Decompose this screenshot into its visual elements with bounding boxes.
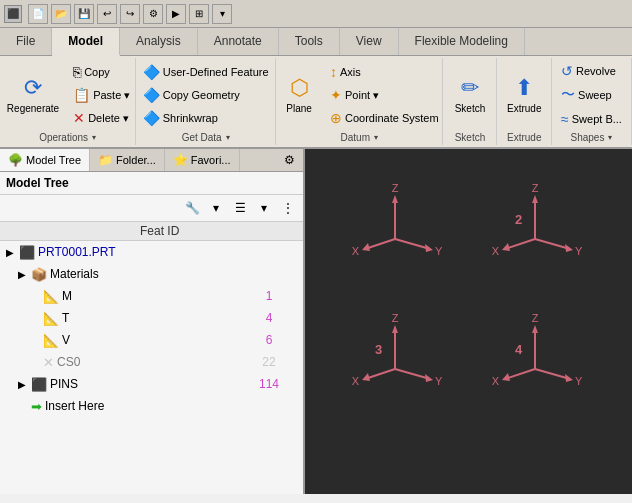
tab-view[interactable]: View: [340, 28, 399, 55]
open-btn[interactable]: 📂: [51, 4, 71, 24]
expand-materials[interactable]: ▶: [16, 269, 28, 280]
tab-analysis[interactable]: Analysis: [120, 28, 198, 55]
datum-group-label[interactable]: Datum ▾: [341, 132, 378, 143]
point-button[interactable]: ✦ Point ▾: [325, 84, 444, 106]
extrude-button[interactable]: ⬆ Extrude: [500, 67, 548, 123]
sweep-button[interactable]: 〜 Sweep: [556, 83, 627, 107]
tree-tool-settings[interactable]: 🔧: [181, 197, 203, 219]
axis-group-1: Z Y X: [352, 182, 443, 257]
tab-folder[interactable]: 📁 Folder...: [90, 149, 165, 171]
expand-prt0001[interactable]: ▶: [4, 247, 16, 258]
redo-btn[interactable]: ↪: [120, 4, 140, 24]
swept-blend-button[interactable]: ≈ Swept B...: [556, 108, 627, 130]
svg-line-23: [365, 369, 395, 379]
tab-model-tree[interactable]: 🌳 Model Tree: [0, 149, 90, 171]
grid-btn[interactable]: ⊞: [189, 4, 209, 24]
settings-btn[interactable]: ⚙: [143, 4, 163, 24]
label-cs0: CS0: [57, 355, 239, 369]
point-label: Point ▾: [345, 89, 379, 102]
model-tree-tab-label: Model Tree: [26, 154, 81, 166]
operations-group-label[interactable]: Operations ▾: [39, 132, 96, 143]
svg-marker-34: [502, 373, 510, 381]
feat-id-header: Feat ID: [0, 222, 303, 241]
tree-item-cs0[interactable]: ✕ CS0 22: [0, 351, 303, 373]
feat-id-label: Feat ID: [140, 224, 179, 238]
extrude-icon: ⬆: [515, 75, 533, 101]
revolve-button[interactable]: ↺ Revolve: [556, 60, 627, 82]
icon-prt0001: ⬛: [19, 245, 35, 260]
save-btn[interactable]: 💾: [74, 4, 94, 24]
tab-annotate[interactable]: Annotate: [198, 28, 279, 55]
panel-settings-button[interactable]: ⚙: [279, 150, 299, 170]
shapes-group-label[interactable]: Shapes ▾: [571, 132, 613, 143]
paste-button[interactable]: 📋 Paste ▾: [68, 84, 135, 106]
ribbon-group-sketch: ✏ Sketch Sketch: [443, 58, 497, 145]
ops-small-buttons: ⎘ Copy 📋 Paste ▾ ✕ Delete ▾: [68, 61, 135, 129]
tree-tool-list[interactable]: ☰: [229, 197, 251, 219]
label-v: V: [62, 333, 239, 347]
tree-tool-dropdown2[interactable]: ▾: [253, 197, 275, 219]
tree-item-m[interactable]: 📐 M 1: [0, 285, 303, 307]
tree-item-insert-here[interactable]: ➡ Insert Here: [0, 395, 303, 417]
copy-icon: ⎘: [73, 64, 81, 80]
svg-text:2: 2: [515, 212, 522, 227]
tree-item-pins[interactable]: ▶ ⬛ PINS 114: [0, 373, 303, 395]
tab-flexible-modeling[interactable]: Flexible Modeling: [399, 28, 525, 55]
more-btn[interactable]: ▾: [212, 4, 232, 24]
run-btn[interactable]: ▶: [166, 4, 186, 24]
coord-system-button[interactable]: ⊕ Coordinate System: [325, 107, 444, 129]
extrude-buttons: ⬆ Extrude: [500, 60, 548, 130]
tree-tool-dropdown1[interactable]: ▾: [205, 197, 227, 219]
tree-item-t[interactable]: 📐 T 4: [0, 307, 303, 329]
swept-blend-icon: ≈: [561, 111, 569, 127]
copy-geometry-button[interactable]: 🔷 Copy Geometry: [138, 84, 274, 106]
axis-label: Axis: [340, 66, 361, 78]
ribbon-content: ⟳ Regenerate ⎘ Copy 📋 Paste ▾ ✕ Delete ▾: [0, 56, 632, 147]
sketch-icon: ✏: [461, 75, 479, 101]
tree-item-prt0001[interactable]: ▶ ⬛ PRT0001.PRT: [0, 241, 303, 263]
sketch-group-label: Sketch: [455, 132, 486, 143]
quick-access-toolbar[interactable]: 📄 📂 💾 ↩ ↪ ⚙ ▶ ⊞ ▾: [28, 4, 232, 24]
tab-file[interactable]: File: [0, 28, 52, 55]
featid-cs0: 22: [239, 355, 299, 369]
plane-button[interactable]: ⬡ Plane: [275, 67, 323, 123]
svg-marker-24: [362, 373, 370, 381]
new-btn[interactable]: 📄: [28, 4, 48, 24]
delete-button[interactable]: ✕ Delete ▾: [68, 107, 135, 129]
ribbon-tab-bar: File Model Analysis Annotate Tools View …: [0, 28, 632, 56]
coord-system-icon: ⊕: [330, 110, 342, 126]
axis-button[interactable]: ↕ Axis: [325, 61, 444, 83]
get-data-group-label[interactable]: Get Data ▾: [182, 132, 230, 143]
expand-pins[interactable]: ▶: [16, 379, 28, 390]
viewport[interactable]: Z Y X Z Y X 2: [305, 149, 632, 494]
shrinkwrap-button[interactable]: 🔷 Shrinkwrap: [138, 107, 274, 129]
svg-marker-3: [425, 244, 433, 252]
copy-button[interactable]: ⎘ Copy: [68, 61, 135, 83]
user-defined-icon: 🔷: [143, 64, 160, 80]
tab-tools[interactable]: Tools: [279, 28, 340, 55]
regenerate-button[interactable]: ⟳ Regenerate: [0, 67, 66, 123]
svg-text:Z: Z: [392, 312, 399, 324]
copy-geometry-icon: 🔷: [143, 87, 160, 103]
undo-btn[interactable]: ↩: [97, 4, 117, 24]
user-defined-feature-button[interactable]: 🔷 User-Defined Feature: [138, 61, 274, 83]
plane-icon: ⬡: [290, 75, 309, 101]
svg-marker-20: [392, 325, 398, 333]
delete-icon: ✕: [73, 110, 85, 126]
axis-icon: ↕: [330, 64, 337, 80]
tree-item-materials[interactable]: ▶ 📦 Materials: [0, 263, 303, 285]
svg-line-33: [505, 369, 535, 379]
extrude-label: Extrude: [507, 103, 541, 115]
tab-favorites[interactable]: ⭐ Favori...: [165, 149, 240, 171]
panel-tabs: 🌳 Model Tree 📁 Folder... ⭐ Favori... ⚙: [0, 149, 303, 172]
svg-text:Y: Y: [435, 375, 443, 387]
label-m: M: [62, 289, 239, 303]
tree-tool-more[interactable]: ⋮: [277, 197, 299, 219]
sketch-button[interactable]: ✏ Sketch: [446, 67, 494, 123]
tree-item-v[interactable]: 📐 V 6: [0, 329, 303, 351]
tab-model[interactable]: Model: [52, 28, 120, 56]
sketch-buttons: ✏ Sketch: [446, 60, 494, 130]
sketch-label: Sketch: [455, 103, 486, 115]
icon-t: 📐: [43, 311, 59, 326]
main-layout: 🌳 Model Tree 📁 Folder... ⭐ Favori... ⚙ M…: [0, 149, 632, 494]
